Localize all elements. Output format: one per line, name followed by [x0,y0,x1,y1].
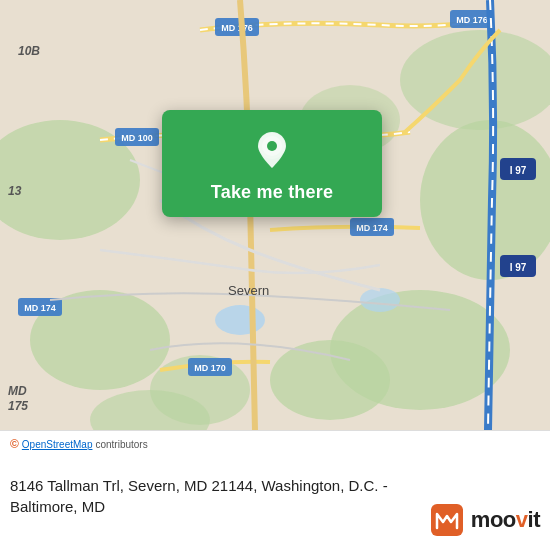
svg-text:MD 170: MD 170 [194,363,226,373]
take-me-there-card[interactable]: Take me there [162,110,382,217]
osm-attribution: © OpenStreetMap contributors [10,437,540,451]
svg-text:MD 174: MD 174 [24,303,56,313]
svg-point-5 [270,340,390,420]
svg-text:10B: 10B [18,44,40,58]
svg-text:I 97: I 97 [510,262,527,273]
svg-point-11 [360,288,400,312]
svg-text:175: 175 [8,399,28,413]
info-bar: © OpenStreetMap contributors 8146 Tallma… [0,430,550,550]
location-pin-icon [250,128,294,172]
svg-text:MD 176: MD 176 [221,23,253,33]
map-container: MD 176 MD 176 MD 100 MD 100 MD 174 MD 17… [0,0,550,430]
svg-text:MD 100: MD 100 [121,133,153,143]
svg-text:MD 174: MD 174 [356,223,388,233]
contributors-text: contributors [95,439,147,450]
svg-point-10 [215,305,265,335]
osm-logo: © [10,437,19,451]
moovit-text: moovit [471,507,540,533]
svg-text:13: 13 [8,184,22,198]
svg-point-37 [267,141,277,151]
svg-text:MD 176: MD 176 [456,15,488,25]
take-me-there-label: Take me there [211,182,333,203]
svg-text:MD: MD [8,384,27,398]
svg-text:Severn: Severn [228,283,269,298]
osm-text[interactable]: OpenStreetMap [22,439,93,450]
svg-text:I 97: I 97 [510,165,527,176]
moovit-logo: moovit [431,504,540,536]
moovit-icon [431,504,463,536]
